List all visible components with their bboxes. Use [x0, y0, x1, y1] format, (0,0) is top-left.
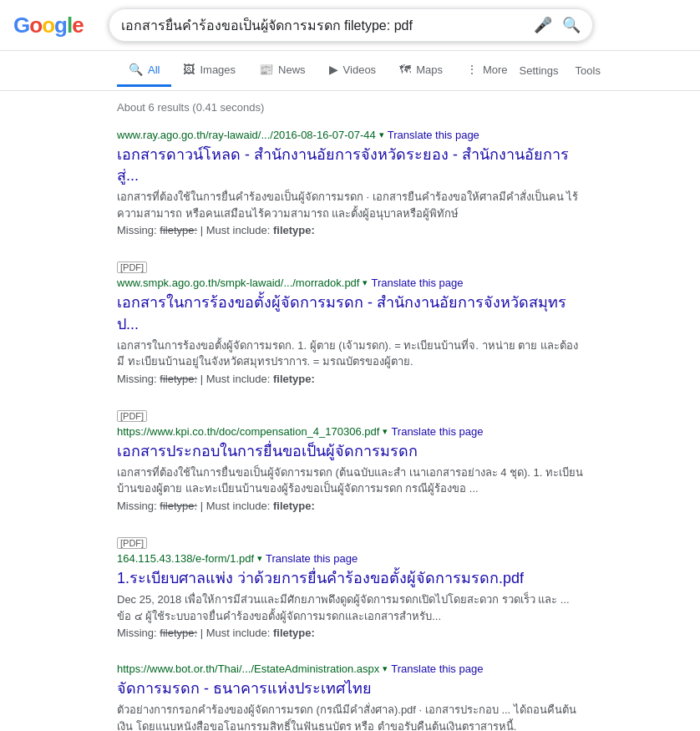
result-item: [PDF] www.smpk.ago.go.th/smpk-lawaid/...… [117, 260, 583, 384]
header: Google 🎤 🔍 [0, 0, 700, 51]
result-url-arrow: ▾ [383, 663, 388, 674]
tab-all[interactable]: 🔍 All [117, 54, 171, 87]
maps-icon: 🗺 [399, 63, 411, 76]
google-logo: Google [13, 13, 84, 38]
tab-maps-label: Maps [416, 63, 443, 76]
result-title[interactable]: จัดการมรดก - ธนาคารแห่งประเทศไทย [117, 678, 583, 699]
tools-button[interactable]: Tools [576, 64, 601, 77]
result-translate-link[interactable]: Translate this page [266, 552, 358, 565]
result-snippet: Dec 25, 2018 เพื่อให้การมีส่วนและมีศักยภ… [117, 591, 583, 624]
result-snippet: เอกสารที่ต้องใช้ในการยื่นขอเป็นผู้จัดการ… [117, 464, 583, 497]
result-url-arrow: ▾ [383, 426, 388, 437]
tab-news-label: News [278, 63, 306, 76]
result-url-line: www.ray.ago.go.th/ray-lawaid/.../2016-08… [117, 129, 583, 141]
result-badge: [PDF] [117, 537, 147, 549]
result-translate-link[interactable]: Translate this page [371, 277, 463, 289]
result-item: www.ray.ago.go.th/ray-lawaid/.../2016-08… [117, 129, 583, 236]
news-icon: 📰 [259, 63, 273, 76]
tab-videos-label: Videos [343, 63, 377, 76]
result-snippet-text: เพื่อให้การมีส่วนและมีศักยภาพดึงดูดผู้จั… [117, 593, 570, 622]
results-container: About 6 results (0.41 seconds) www.ray.a… [0, 91, 700, 731]
results-stats: About 6 results (0.41 seconds) [117, 101, 583, 114]
result-url-line: https://www.kpi.co.th/doc/compensation_4… [117, 425, 583, 438]
tab-more-label: More [483, 63, 508, 76]
result-url-arrow: ▾ [257, 553, 262, 564]
result-translate-link[interactable]: Translate this page [388, 129, 479, 141]
result-snippet: ตัวอย่างการกรอกคำร้องของผู้จัดการมรดก (ก… [117, 702, 583, 731]
result-url: 164.115.43.138/e-form/1.pdf [117, 552, 254, 565]
microphone-icon[interactable]: 🎤 [534, 16, 552, 34]
tab-images-label: Images [200, 63, 236, 76]
images-icon: 🖼 [183, 63, 195, 76]
result-snippet: เอกสารที่ต้องใช้ในการยื่นคำร้องขอเป็นผู้… [117, 189, 583, 221]
tab-news[interactable]: 📰 News [247, 54, 317, 87]
tab-more[interactable]: ⋮ More [454, 54, 520, 87]
result-snippet: เอกสารในการร้องขอตั้งผู้จัดการมรดก. 1. ผ… [117, 338, 583, 370]
result-url-line: 164.115.43.138/e-form/1.pdf ▾ Translate … [117, 552, 583, 565]
tab-all-label: All [148, 63, 160, 76]
result-item: [PDF] https://www.kpi.co.th/doc/compensa… [117, 409, 583, 512]
tab-maps[interactable]: 🗺 Maps [388, 54, 454, 87]
tab-images[interactable]: 🖼 Images [171, 54, 247, 87]
nav-tabs: 🔍 All 🖼 Images 📰 News ▶ Videos 🗺 Maps ⋮ … [0, 51, 700, 91]
result-url-arrow: ▾ [379, 129, 384, 140]
result-title[interactable]: เอกสารประกอบในการยื่นขอเป็นผู้จัดการมรดก [117, 441, 583, 462]
more-icon: ⋮ [466, 63, 478, 76]
settings-button[interactable]: Settings [520, 64, 559, 77]
videos-icon: ▶ [329, 63, 338, 76]
result-url: www.smpk.ago.go.th/smpk-lawaid/.../morra… [117, 277, 359, 289]
result-translate-link[interactable]: Translate this page [391, 662, 483, 675]
search-icon-group: 🎤 🔍 [534, 16, 581, 34]
result-item: [PDF] 164.115.43.138/e-form/1.pdf ▾ Tran… [117, 536, 583, 639]
result-url-line: www.smpk.ago.go.th/smpk-lawaid/.../morra… [117, 277, 583, 289]
result-url: www.ray.ago.go.th/ray-lawaid/.../2016-08… [117, 129, 376, 141]
result-translate-link[interactable]: Translate this page [391, 425, 483, 438]
result-item: https://www.bot.or.th/Thai/.../EstateAdm… [117, 662, 583, 731]
result-title[interactable]: เอกสารในการร้องขอตั้งผู้จัดการมรดก - สำน… [117, 292, 583, 334]
settings-tools: Settings Tools [520, 64, 601, 77]
result-missing: Missing: filetype: | Must include: filet… [117, 373, 583, 385]
result-url-line: https://www.bot.or.th/Thai/.../EstateAdm… [117, 662, 583, 675]
result-missing: Missing: filetype: | Must include: filet… [117, 500, 583, 512]
result-missing: Missing: filetype: | Must include: filet… [117, 224, 583, 236]
result-title[interactable]: 1.ระเบียบศาลแพ่ง ว่าด้วยการยื่นคำร้องขอต… [117, 568, 583, 589]
result-url: https://www.bot.or.th/Thai/.../EstateAdm… [117, 662, 379, 675]
search-icon[interactable]: 🔍 [562, 16, 581, 34]
result-badge: [PDF] [117, 410, 147, 422]
result-missing: Missing: filetype: | Must include: filet… [117, 627, 583, 639]
search-input[interactable] [121, 18, 525, 33]
tab-videos[interactable]: ▶ Videos [317, 54, 388, 87]
search-bar[interactable]: 🎤 🔍 [109, 8, 593, 42]
result-title[interactable]: เอกสารดาวน์โหลด - สำนักงานอัยการจังหวัดร… [117, 145, 583, 186]
result-url: https://www.kpi.co.th/doc/compensation_4… [117, 425, 379, 438]
result-url-arrow: ▾ [363, 277, 368, 288]
result-badge: [PDF] [117, 261, 147, 273]
result-date: Dec 25, 2018 [117, 593, 181, 606]
all-icon: 🔍 [129, 63, 143, 76]
